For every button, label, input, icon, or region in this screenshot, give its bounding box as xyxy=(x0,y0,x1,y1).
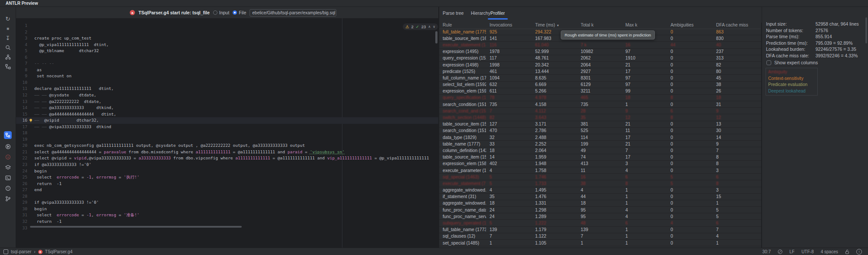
table-row[interactable]: search_condition (1517)4702.78652511030 xyxy=(439,128,761,134)
tab-profiler[interactable]: Profiler xyxy=(490,10,505,16)
code-line: 30begin xyxy=(16,206,438,212)
unlock-icon[interactable] xyxy=(845,249,849,254)
refresh-icon[interactable]: ↻ xyxy=(4,15,12,23)
code-text: end xyxy=(27,187,42,193)
table-row[interactable]: aggregate_windowed...181.33118101 xyxy=(439,200,761,207)
table-cell: 5 xyxy=(486,181,532,186)
profiler-table-body: full_table_name (1775)925294.3220863tabl… xyxy=(439,29,761,248)
code-editor[interactable]: 123create proc up_com_test4 @p_vipa11111… xyxy=(16,18,438,248)
table-row[interactable]: execute_parameter (1...41.75811403 xyxy=(439,167,761,174)
table-cell: 117 xyxy=(486,56,532,60)
table-row[interactable]: full_table_name (1773)1391.179139107 xyxy=(439,227,761,233)
parse-tree-icon[interactable] xyxy=(4,63,12,70)
panel-scrollbar[interactable] xyxy=(865,17,867,43)
column-header-total-k[interactable]: Total k xyxy=(577,23,622,29)
table-row[interactable]: expression (1498)199820.342206421082 xyxy=(439,62,761,68)
table-cell: 1094 xyxy=(486,76,532,80)
scroll-to-source-icon[interactable]: ↧ xyxy=(4,34,12,42)
problems-icon[interactable] xyxy=(4,184,12,192)
table-row[interactable]: expression (1495)197852.99910982970237 xyxy=(439,49,761,55)
search-icon[interactable] xyxy=(4,43,12,51)
terminal-icon[interactable] xyxy=(4,174,12,182)
antlr-icon[interactable]: a xyxy=(4,153,12,161)
table-cell: full_table_name (1773) xyxy=(439,227,486,232)
antlr-preview-tool-icon[interactable] xyxy=(4,131,12,139)
table-cell: 0 xyxy=(667,102,713,107)
table-row[interactable]: data_type (1829)322.48811417014 xyxy=(439,134,761,141)
table-cell: func_proc_name_serv... xyxy=(439,214,486,219)
show-expert-columns-checkbox[interactable]: Show expert columns xyxy=(766,60,818,65)
table-cell: 30 xyxy=(713,128,760,133)
table-cell: 0 xyxy=(667,241,713,245)
column-header-dfa-cache-miss[interactable]: DFA cache miss xyxy=(713,23,760,29)
table-cell: 237 xyxy=(713,49,760,54)
table-row[interactable]: func_proc_name_data...241.29895405 xyxy=(439,207,761,213)
horizontal-scrollbar[interactable] xyxy=(30,226,242,228)
table-row[interactable]: table_source_item (15...1273.17138121013 xyxy=(439,121,761,128)
table-row[interactable]: table_name (1777)332.2521992109 xyxy=(439,141,761,147)
column-header-rule[interactable]: Rule xyxy=(439,23,486,29)
table-row[interactable]: aggregate_windowed...41.4954103 xyxy=(439,187,761,194)
line-separator-indicator[interactable]: LF xyxy=(789,249,795,254)
column-header-invocations[interactable]: Invocations xyxy=(486,23,532,29)
table-row[interactable]: execute_statement (7...51.73338858 xyxy=(439,180,761,187)
rule-hierarchy-icon[interactable] xyxy=(4,53,12,61)
table-row[interactable]: search_cond_and (151...74.11228969 xyxy=(439,108,761,114)
table-row[interactable]: if_statement (31)351.476441015 xyxy=(439,194,761,200)
table-row[interactable]: func_proc_name_serv...241.28995405 xyxy=(439,213,761,220)
code-line: 5 @p_tblname dtchar32 xyxy=(16,48,438,54)
table-row[interactable]: sql_clauses (12)71.1227104 xyxy=(439,233,761,240)
column-header-time-ms-[interactable]: Time (ms)▼ xyxy=(532,23,577,29)
table-row[interactable]: search_condition (1519)7354.1587351031 xyxy=(439,101,761,108)
inspections-widget[interactable]: ⚠2 ✓23 ∧ ∨ xyxy=(403,23,438,30)
table-cell: 0 xyxy=(667,227,713,232)
git-branch-icon[interactable] xyxy=(4,195,12,202)
table-row[interactable]: select_list_elem (1592)6326.669612997038 xyxy=(439,82,761,88)
stat-row: Prediction time (ms):795.039 = 92.89% xyxy=(766,40,866,47)
table-cell: 3211 xyxy=(577,89,622,93)
table-row[interactable]: switch_section (1448)823.6433512812 xyxy=(439,114,761,121)
table-row[interactable]: subquery_operated (11...51.22248646 xyxy=(439,220,761,226)
input-radio[interactable]: Input xyxy=(213,10,229,15)
stat-label: Input size: xyxy=(766,21,815,28)
code-line: 31 select errorcode = -1, errormsg = '准备… xyxy=(16,212,438,219)
table-row[interactable]: query_specification (15...784.9784651881… xyxy=(439,95,761,101)
tab-parse-tree[interactable]: Parse tree xyxy=(443,10,464,16)
breadcrumb-project[interactable]: tsql-parser xyxy=(11,249,31,254)
table-cell: 20.342 xyxy=(532,63,577,67)
table-cell: 5 xyxy=(667,175,713,179)
readonly-pencil-icon[interactable] xyxy=(778,249,783,254)
table-row[interactable]: predicate (1525)46113.444292717080 xyxy=(439,68,761,75)
table-cell: 5 xyxy=(713,208,760,212)
stop-icon[interactable]: ■ xyxy=(4,24,12,32)
intention-bulb-icon[interactable] xyxy=(29,119,33,123)
chevron-down-icon[interactable]: ∨ xyxy=(433,25,435,29)
table-row[interactable]: expression_elem (1590)6115.266321199026 xyxy=(439,88,761,95)
column-header-max-k[interactable]: Max k xyxy=(622,23,667,29)
table-row[interactable]: expression_elem (1589)4021.948413308 xyxy=(439,161,761,167)
table-row[interactable]: full_column_name (17...10948.63583019704… xyxy=(439,75,761,81)
layers-icon[interactable] xyxy=(4,163,12,171)
table-cell: 8 xyxy=(713,161,760,166)
table-row[interactable]: table_source_item (15...141.959741708 xyxy=(439,154,761,161)
column-header-ambiguities[interactable]: Ambiguities xyxy=(667,23,713,29)
table-cell: 5 xyxy=(486,221,532,225)
table-row[interactable]: sql_special (1463)51.74616656 xyxy=(439,174,761,180)
table-row[interactable]: execute_statement (14...11661.0407 k1644… xyxy=(439,42,761,48)
indent-indicator[interactable]: 4 spaces xyxy=(821,249,838,254)
code-text: —— —— @a333333333333 dtkind, xyxy=(27,105,114,111)
error-circle-icon[interactable]: ! xyxy=(856,249,862,255)
file-radio[interactable]: File xyxy=(233,10,246,15)
file-path-input[interactable]: ebelice/Github/tsql-parser/examples/big.… xyxy=(250,9,336,17)
table-row[interactable]: column_definition (1421)182.06449707 xyxy=(439,147,761,154)
line-number: 25 xyxy=(16,174,27,181)
table-row[interactable]: set_special (1485)11.1051101 xyxy=(439,240,761,246)
run-icon[interactable] xyxy=(4,142,12,150)
chevron-up-icon[interactable]: ∧ xyxy=(428,25,431,29)
encoding-indicator[interactable]: UTF-8 xyxy=(802,249,814,254)
caret-position[interactable]: 30:7 xyxy=(762,249,770,254)
breadcrumb-file[interactable]: TSqlParser.g4 xyxy=(45,249,72,254)
tab-hierarchy[interactable]: Hierarchy xyxy=(471,10,490,16)
vertical-scrollbar[interactable] xyxy=(435,31,437,43)
table-row[interactable]: query_expression (1527)11748.76120621910… xyxy=(439,55,761,62)
